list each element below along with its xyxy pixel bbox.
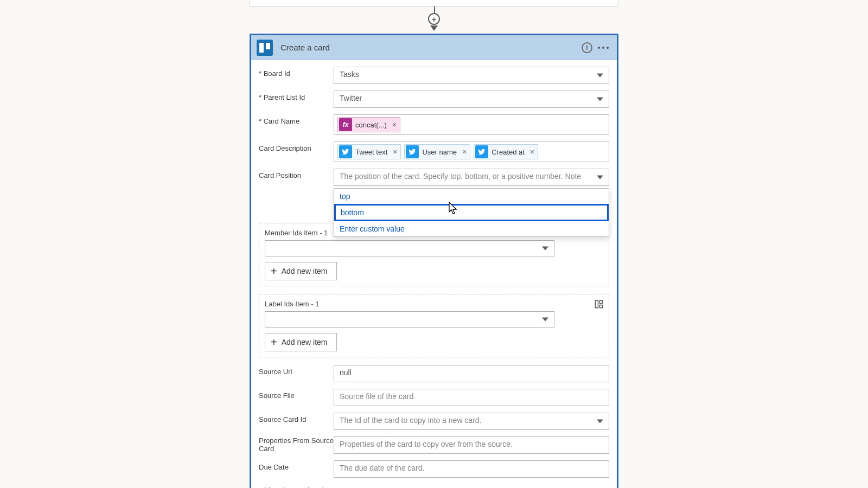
parent-list-id-select[interactable]: Twitter	[334, 91, 609, 108]
info-button[interactable]: i	[579, 40, 595, 56]
card-description-input[interactable]: Tweet text × User name ×	[334, 142, 609, 162]
label-parent-list-id: Parent List Id	[259, 91, 334, 101]
source-file-input[interactable]: Source file of the card.	[334, 389, 609, 406]
add-label-id-button[interactable]: + Add new item	[265, 333, 337, 351]
action-card-create-card: Create a card i Board Id Tasks Parent Li…	[250, 34, 618, 488]
card-position-placeholder: The position of the card. Specify top, b…	[340, 172, 581, 181]
chevron-down-icon	[542, 247, 548, 251]
source-url-value: null	[340, 368, 352, 377]
card-name-input[interactable]: fx concat(...) ×	[334, 114, 609, 135]
source-card-id-placeholder: The Id of the card to copy into a new ca…	[340, 416, 481, 425]
label-card-description: Card Description	[259, 142, 334, 152]
due-date-placeholder: The due date of the card.	[340, 464, 424, 472]
label-board-id: Board Id	[259, 67, 334, 78]
parent-list-id-value: Twitter	[340, 94, 362, 102]
label-card-name: Card Name	[259, 114, 334, 125]
remove-token-button[interactable]: ×	[459, 147, 470, 156]
token-label: Tweet text	[355, 148, 390, 156]
add-button-label: Add new item	[282, 267, 328, 275]
source-card-id-select[interactable]: The Id of the card to copy into a new ca…	[334, 413, 609, 430]
source-url-input[interactable]: null	[334, 365, 609, 382]
token-label: Created at	[492, 148, 527, 156]
chevron-down-icon	[597, 176, 603, 179]
twitter-icon	[475, 145, 488, 158]
label-ids-label: Label Ids Item - 1	[265, 300, 603, 308]
svg-rect-2	[600, 305, 603, 308]
remove-token-button[interactable]: ×	[527, 147, 538, 156]
svg-rect-0	[595, 300, 598, 308]
token-created-at[interactable]: Created at ×	[474, 144, 538, 159]
chevron-down-icon	[542, 318, 548, 322]
props-from-source-input[interactable]: Properties of the card to copy over from…	[334, 436, 609, 454]
add-button-label: Add new item	[282, 338, 328, 346]
remove-token-button[interactable]: ×	[390, 147, 400, 156]
info-icon: i	[582, 42, 592, 53]
card-title: Create a card	[280, 43, 579, 52]
label-card-position: Card Position	[259, 169, 334, 179]
token-user-name[interactable]: User name ×	[404, 144, 470, 159]
plus-icon: +	[271, 266, 277, 277]
due-date-input[interactable]: The due date of the card.	[334, 460, 609, 478]
remove-token-button[interactable]: ×	[389, 120, 400, 129]
card-header[interactable]: Create a card i	[251, 35, 617, 60]
label-source-card-id: Source Card Id	[259, 413, 334, 423]
add-member-id-button[interactable]: + Add new item	[265, 262, 337, 280]
flow-arrow-icon	[430, 25, 438, 31]
add-step-button[interactable]: +	[428, 13, 440, 25]
plus-icon: +	[271, 337, 277, 348]
label-source-file: Source File	[259, 389, 334, 400]
fx-icon: fx	[339, 118, 352, 131]
twitter-icon	[406, 145, 419, 158]
chevron-down-icon	[597, 74, 603, 78]
props-from-source-placeholder: Properties of the card to copy over from…	[340, 440, 513, 448]
label-props-from-source: Properties From Source Card	[259, 436, 334, 453]
svg-rect-1	[600, 300, 603, 303]
label-source-url: Source Url	[259, 365, 334, 376]
switch-array-mode-button[interactable]	[593, 299, 604, 310]
source-file-placeholder: Source file of the card.	[340, 392, 416, 401]
more-button[interactable]	[595, 40, 611, 56]
fx-token-concat[interactable]: fx concat(...) ×	[337, 117, 400, 132]
fx-token-label: concat(...)	[355, 121, 389, 129]
option-top[interactable]: top	[334, 189, 609, 204]
member-ids-item-select[interactable]	[265, 240, 554, 256]
board-id-value: Tasks	[340, 70, 359, 79]
label-due-date: Due Date	[259, 460, 334, 471]
token-label: User name	[422, 148, 459, 156]
label-ids-group: Label Ids Item - 1 + Add new item	[259, 294, 609, 357]
previous-step-card[interactable]	[250, 0, 618, 7]
label-ids-item-select[interactable]	[265, 311, 554, 328]
chevron-down-icon	[597, 98, 603, 101]
twitter-icon	[339, 145, 352, 158]
card-position-dropdown: top bottom Enter custom value	[334, 188, 609, 237]
card-position-select[interactable]: The position of the card. Specify top, b…	[334, 169, 609, 186]
token-tweet-text[interactable]: Tweet text ×	[337, 144, 401, 159]
trello-icon	[257, 40, 273, 56]
option-bottom[interactable]: bottom	[334, 204, 609, 221]
board-id-select[interactable]: Tasks	[334, 67, 609, 84]
option-enter-custom-value[interactable]: Enter custom value	[334, 221, 609, 236]
chevron-down-icon	[597, 420, 603, 423]
